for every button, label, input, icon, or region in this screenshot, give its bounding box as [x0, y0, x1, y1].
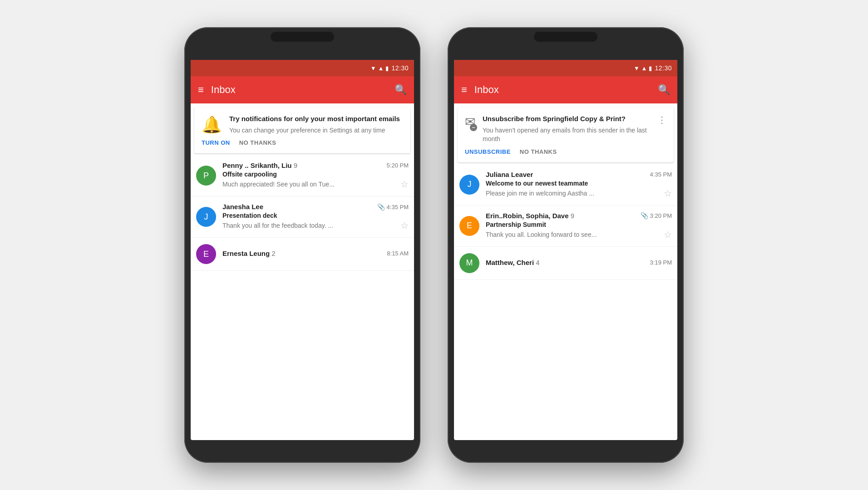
email-sender-right-0: Juliana Leaver: [486, 171, 533, 178]
phone-right: ▼ ▲ ▮ 12:30 ≡ Inbox 🔍 ✉ − Unsubscribe fr…: [448, 27, 684, 463]
card-actions-left: TURN ON NO THANKS: [202, 139, 403, 146]
email-subject-left-1: Presentation deck: [222, 212, 409, 219]
card-text-left: Try notifications for only your most imp…: [229, 114, 403, 135]
star-icon-right-1[interactable]: ☆: [664, 229, 672, 240]
email-item-left-2[interactable]: E Ernesta Leung 2 8:15 AM: [191, 238, 414, 271]
email-item-right-1[interactable]: E Erin..Robin, Sophia, Dave 9 📎3:20 PM P…: [454, 206, 677, 247]
more-options-icon[interactable]: ⋮: [657, 114, 666, 125]
email-item-right-2[interactable]: M Matthew, Cheri 4 3:19 PM: [454, 247, 677, 280]
email-preview-row-right-1: Thank you all. Looking forward to see...…: [486, 229, 672, 240]
email-subject-left-0: Offsite carpooling: [222, 171, 409, 178]
email-subject-right-1: Partnership Summit: [486, 221, 672, 228]
email-time-left-1: 📎4:35 PM: [377, 203, 409, 211]
notification-card-left: 🔔 Try notifications for only your most i…: [194, 107, 410, 153]
email-subject-right-0: Welcome to our newest teammate: [486, 180, 672, 187]
status-bar-left: ▼ ▲ ▮ 12:30: [191, 60, 414, 76]
signal-icon-left: ▲: [378, 65, 384, 72]
email-minus-icon: ✉ −: [465, 114, 475, 129]
turn-on-button[interactable]: TURN ON: [202, 139, 230, 146]
search-icon-left[interactable]: 🔍: [395, 84, 407, 96]
email-preview-left-0: Much appreciated! See you all on Tue...: [222, 181, 335, 188]
email-top-right-1: Erin..Robin, Sophia, Dave 9 📎3:20 PM: [486, 212, 672, 220]
paperclip-icon-left-1: 📎: [377, 203, 385, 211]
paperclip-icon-right-1: 📎: [641, 212, 648, 219]
star-icon-right-0[interactable]: ☆: [664, 188, 672, 199]
wifi-icon-left: ▼: [370, 65, 376, 72]
star-icon-left-0[interactable]: ☆: [400, 179, 409, 190]
unsubscribe-button[interactable]: UNSUBSCRIBE: [465, 148, 511, 155]
battery-icon-right: ▮: [649, 65, 652, 72]
email-count-left-2: 2: [271, 250, 275, 257]
card-actions-right: UNSUBSCRIBE NO THANKS: [465, 148, 666, 155]
email-item-left-1[interactable]: J Janesha Lee 📎4:35 PM Presentation deck…: [191, 196, 414, 238]
hamburger-icon-right[interactable]: ≡: [461, 84, 467, 96]
email-sender-right-1: Erin..Robin, Sophia, Dave 9: [486, 212, 574, 220]
status-bar-right: ▼ ▲ ▮ 12:30: [454, 60, 677, 76]
email-preview-row-right-0: Please join me in welcoming Aastha ... ☆: [486, 188, 672, 199]
card-header-left: 🔔 Try notifications for only your most i…: [202, 114, 403, 135]
status-time-right: 12:30: [655, 64, 672, 72]
no-thanks-button-left[interactable]: NO THANKS: [239, 139, 276, 146]
phone-left: ▼ ▲ ▮ 12:30 ≡ Inbox 🔍 🔔 Try notification…: [184, 27, 420, 463]
email-content-left-0: Penny .. Srikanth, Liu 9 5:20 PM Offsite…: [222, 162, 409, 190]
email-top-right-0: Juliana Leaver 4:35 PM: [486, 171, 672, 178]
unsubscribe-badge: −: [470, 124, 477, 131]
star-icon-left-1[interactable]: ☆: [400, 220, 409, 231]
email-top-left-1: Janesha Lee 📎4:35 PM: [222, 203, 409, 211]
signal-icon-right: ▲: [641, 65, 647, 72]
email-time-right-2: 3:19 PM: [650, 259, 672, 266]
email-list-right: J Juliana Leaver 4:35 PM Welcome to our …: [454, 164, 677, 280]
status-time-left: 12:30: [391, 64, 409, 72]
email-time-left-0: 5:20 PM: [387, 162, 409, 169]
email-sender-right-2: Matthew, Cheri 4: [486, 259, 540, 266]
avatar-right-2: M: [459, 253, 479, 273]
email-preview-row-left-0: Much appreciated! See you all on Tue... …: [222, 179, 409, 190]
email-preview-right-0: Please join me in welcoming Aastha ...: [486, 190, 594, 197]
wifi-icon-right: ▼: [634, 65, 640, 72]
status-icons-left: ▼ ▲ ▮: [370, 65, 389, 72]
email-item-left-0[interactable]: P Penny .. Srikanth, Liu 9 5:20 PM Offsi…: [191, 155, 414, 196]
bell-icon-left: 🔔: [202, 115, 222, 134]
email-preview-left-1: Thank you all for the feedback today. ..…: [222, 222, 333, 229]
app-bar-left: ≡ Inbox 🔍: [191, 76, 414, 103]
email-item-right-0[interactable]: J Juliana Leaver 4:35 PM Welcome to our …: [454, 164, 677, 206]
no-thanks-button-right[interactable]: NO THANKS: [520, 148, 557, 155]
email-content-right-0: Juliana Leaver 4:35 PM Welcome to our ne…: [486, 171, 672, 199]
avatar-right-0: J: [459, 175, 479, 195]
email-list-left: P Penny .. Srikanth, Liu 9 5:20 PM Offsi…: [191, 155, 414, 271]
email-time-right-1: 📎3:20 PM: [641, 212, 672, 219]
inbox-title-right: Inbox: [474, 84, 651, 96]
card-body-right: You haven't opened any emails from this …: [483, 126, 650, 144]
email-count-right-1: 9: [571, 212, 574, 220]
email-content-right-1: Erin..Robin, Sophia, Dave 9 📎3:20 PM Par…: [486, 212, 672, 240]
app-bar-right: ≡ Inbox 🔍: [454, 76, 677, 103]
email-content-left-1: Janesha Lee 📎4:35 PM Presentation deck T…: [222, 203, 409, 231]
card-title-right: Unsubscribe from Springfield Copy & Prin…: [483, 114, 650, 123]
email-top-right-2: Matthew, Cheri 4 3:19 PM: [486, 259, 672, 266]
email-sender-left-1: Janesha Lee: [222, 203, 263, 211]
email-time-left-2: 8:15 AM: [387, 250, 409, 257]
phone-screen-left: ▼ ▲ ▮ 12:30 ≡ Inbox 🔍 🔔 Try notification…: [191, 60, 414, 440]
avatar-right-1: E: [459, 216, 479, 236]
card-body-left: You can change your preference in Settin…: [229, 126, 403, 135]
search-icon-right[interactable]: 🔍: [658, 84, 670, 96]
phone-speaker-right: [534, 32, 597, 42]
battery-icon-left: ▮: [385, 65, 389, 72]
card-header-right: ✉ − Unsubscribe from Springfield Copy & …: [465, 114, 666, 144]
email-preview-row-left-1: Thank you all for the feedback today. ..…: [222, 220, 409, 231]
email-sender-left-0: Penny .. Srikanth, Liu 9: [222, 162, 297, 169]
email-content-right-2: Matthew, Cheri 4 3:19 PM: [486, 259, 672, 268]
unsubscribe-card: ✉ − Unsubscribe from Springfield Copy & …: [458, 107, 674, 162]
email-top-left-2: Ernesta Leung 2 8:15 AM: [222, 250, 409, 257]
email-sender-left-2: Ernesta Leung 2: [222, 250, 276, 257]
email-top-left-0: Penny .. Srikanth, Liu 9 5:20 PM: [222, 162, 409, 169]
email-content-left-2: Ernesta Leung 2 8:15 AM: [222, 250, 409, 259]
avatar-left-0: P: [196, 166, 216, 186]
hamburger-icon-left[interactable]: ≡: [198, 84, 204, 96]
avatar-left-2: E: [196, 244, 216, 264]
inbox-title-left: Inbox: [211, 84, 387, 96]
email-time-right-0: 4:35 PM: [650, 171, 672, 178]
phone-screen-right: ▼ ▲ ▮ 12:30 ≡ Inbox 🔍 ✉ − Unsubscribe fr…: [454, 60, 677, 440]
card-text-right: Unsubscribe from Springfield Copy & Prin…: [483, 114, 650, 144]
email-count-left-0: 9: [294, 162, 297, 169]
